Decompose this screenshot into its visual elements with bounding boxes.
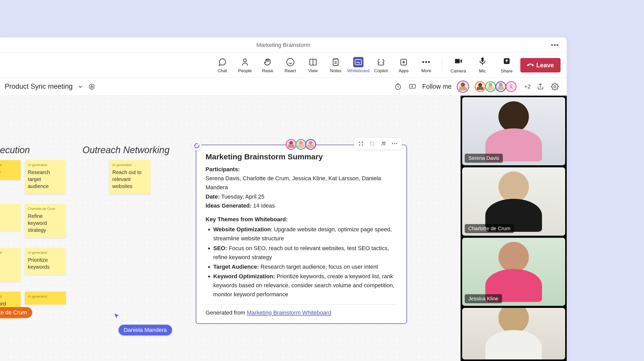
sticky-note[interactable]: Charlotte de Crum Refine keyword strateg… [25,204,66,238]
remote-cursor-pointer [113,313,120,319]
svg-point-1 [287,58,294,65]
expand-icon[interactable] [367,138,377,149]
svg-rect-10 [91,86,93,88]
share-button[interactable]: Share [496,57,518,74]
themes-label: Key Themes from Whiteboard: [206,216,288,223]
current-user-avatar[interactable] [457,80,469,93]
participants-label: Participants: [206,166,240,173]
meeting-toolbar: Chat People Raise React [0,53,567,78]
summary-divider [206,304,397,305]
follow-me-button[interactable]: Follow me [422,83,452,90]
themes-list: Website Optimization: Upgrade website de… [206,225,397,299]
share-people-icon[interactable] [378,138,389,149]
sticky-note[interactable]: AI generated Reach out to relevant websi… [109,160,150,194]
chat-button[interactable]: Chat [212,55,233,75]
leave-icon [527,62,534,69]
more-button[interactable]: ••• More [416,55,437,75]
video-name-label: Serena Davis [465,154,503,163]
section-title-execution: ecution [0,145,30,155]
people-icon [240,57,250,67]
svg-point-15 [195,144,199,148]
view-icon [308,57,318,67]
share-whiteboard-icon[interactable] [536,82,545,91]
copilot-button[interactable]: Copilot [371,55,391,75]
components-icon[interactable] [356,138,366,149]
svg-point-13 [510,85,512,86]
camera-icon [454,57,463,68]
video-tile[interactable]: Serena Davis [462,97,565,165]
title-bar: Marketing Brainstorm ••• [0,37,567,53]
loop-icon [192,141,201,150]
apps-button[interactable]: Apps [393,55,414,75]
remote-cursor-charlotte: tte de Crum [0,307,32,318]
date-label: Date: [206,193,220,200]
svg-rect-20 [371,142,374,145]
timer-icon[interactable] [393,82,403,91]
settings-icon[interactable] [550,82,560,91]
apps-icon [399,57,409,67]
wb-right: Follow me +2 [393,80,562,93]
camera-button[interactable]: Camera [447,57,469,74]
whiteboard-button[interactable]: Whiteboard [348,55,369,75]
summary-title: Marketing Brainstorm Summary [206,152,397,161]
more-options-icon[interactable]: ••• [551,42,559,49]
participant-avatars[interactable] [475,81,516,92]
sticky-note[interactable]: AI generated Research target audience [25,160,66,194]
toolbar-group-actions: Chat People Raise React [212,55,437,75]
sticky-note[interactable]: AI generated rds on ce [0,248,21,282]
overflow-count[interactable]: +2 [524,83,531,90]
whiteboard-toolbar: Product Sync meeting Follow me [0,78,567,96]
window-title: Marketing Brainstorm [256,42,310,48]
card-more-icon[interactable]: ••• [390,138,400,149]
section-title-outreach: Outreach Networking [82,145,170,155]
card-collaborator-avatars[interactable] [287,139,316,150]
share-icon [502,57,511,68]
svg-point-19 [362,145,363,146]
whiteboard-icon [353,57,363,67]
whiteboard-canvas[interactable]: ecution Outreach Networking AI generated… [0,96,461,361]
toolbar-group-devices: Camera Mic Share [447,57,518,74]
participants-value: Serena Davis, Charlotte de Crum, Jessica… [206,174,397,192]
more-icon: ••• [421,57,431,67]
date-value: Tuesday, April 25 [221,193,265,200]
mic-button[interactable]: Mic [471,57,494,74]
sticky-note[interactable]: AI generated on SEO [0,160,21,180]
notes-icon [331,57,341,67]
raise-hand-button[interactable]: Raise [257,55,278,75]
svg-point-22 [384,142,386,144]
generated-link[interactable]: Marketing Brainstorm Whiteboard [247,309,331,316]
svg-point-17 [362,142,363,143]
ideas-value: 14 Ideas [253,202,275,209]
raise-hand-icon [262,57,273,67]
svg-point-0 [243,59,246,62]
lock-icon[interactable] [88,83,95,90]
video-panel: Serena Davis Charlotte de Crum Jessica K… [461,96,567,361]
leave-label: Leave [536,62,554,69]
notes-button[interactable]: Notes [325,55,346,75]
view-button[interactable]: View [303,55,323,75]
remote-cursor-daniela: Daniela Mandera [118,325,172,335]
people-button[interactable]: People [235,55,255,75]
video-tile[interactable]: Jessica Kline [462,238,565,306]
mic-icon [478,57,487,68]
video-tile[interactable] [462,308,565,359]
sticky-note[interactable]: a a rd list [0,204,21,231]
present-icon[interactable] [408,82,417,91]
card-tools: ••• [354,137,402,150]
video-tile[interactable]: Charlotte de Crum [462,167,565,235]
sticky-note[interactable]: AI generated [25,292,66,305]
chevron-down-icon[interactable] [77,84,83,90]
leave-button[interactable]: Leave [520,58,561,72]
copilot-icon [376,57,386,67]
react-button[interactable]: React [280,55,301,75]
react-icon [285,57,295,67]
svg-point-18 [359,145,360,146]
content-row: ecution Outreach Networking AI generated… [0,96,567,361]
chat-icon [217,57,227,67]
svg-point-21 [382,142,384,144]
whiteboard-title[interactable]: Product Sync meeting [5,83,73,91]
video-name-label: Charlotte de Crum [465,224,514,233]
svg-point-14 [554,86,556,88]
sticky-note[interactable]: AI generated Prioritize keywords [25,248,66,275]
summary-card[interactable]: ••• Marketing Brainstorm Summary Partici… [196,145,407,324]
